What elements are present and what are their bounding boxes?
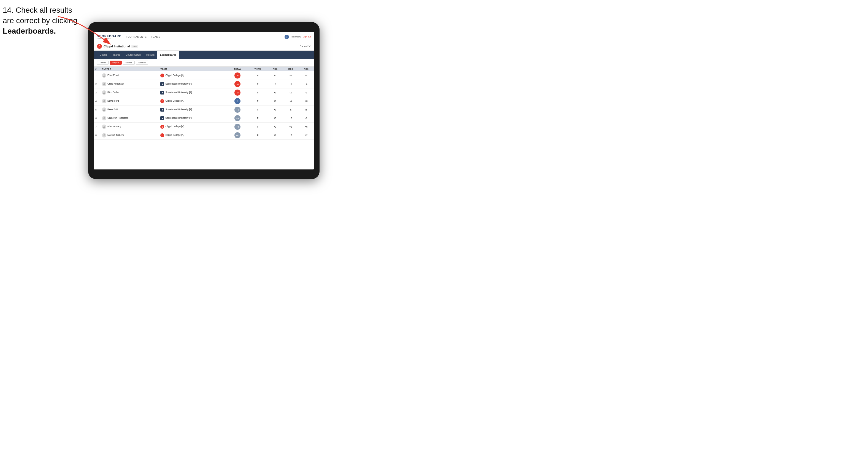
row-rd1: +1	[267, 105, 283, 114]
row-rd1: +3	[267, 71, 283, 80]
row-rd2: -2	[283, 88, 299, 97]
row-rd1: +2	[267, 123, 283, 131]
row-player: Elliot Ebert	[100, 71, 159, 80]
row-total: +1	[227, 105, 248, 114]
row-pos: 3	[94, 88, 100, 97]
row-rd3: -1	[298, 88, 314, 97]
table-row: 6 Cameron Robertson ▦Scoreboard Universi…	[94, 114, 314, 123]
row-rd2: +5	[283, 80, 299, 88]
row-pos: 4	[94, 97, 100, 105]
row-thru: F	[248, 114, 267, 123]
filter-teams[interactable]: Teams	[97, 61, 108, 65]
row-player: Chris Robertson	[100, 80, 159, 88]
table-row: 7 Blair McHarg CClippd College [A] +9 F …	[94, 123, 314, 131]
row-team: ▦Scoreboard University [A]	[159, 88, 227, 97]
tablet-frame: SCOREBOARD Powered by clippd TOURNAMENTS…	[88, 22, 319, 179]
row-total: -2	[227, 88, 248, 97]
col-rd2: RD2	[283, 67, 299, 71]
row-pos: 1	[94, 71, 100, 80]
svg-point-2	[103, 83, 105, 84]
row-rd3: +6	[298, 123, 314, 131]
table-row: 8 Marcus Turners CClippd College [A] +11…	[94, 131, 314, 140]
tab-results[interactable]: Results	[144, 51, 157, 59]
row-rd3: +2	[298, 131, 314, 140]
svg-point-7	[103, 126, 105, 127]
row-pos: 2	[94, 80, 100, 88]
table-row: 2 Chris Robertson ▦Scoreboard University…	[94, 80, 314, 88]
row-thru: F	[248, 88, 267, 97]
tab-course-setup[interactable]: Course Setup	[123, 51, 144, 59]
row-total: -4	[227, 80, 248, 88]
row-rd3: -4	[298, 80, 314, 88]
row-thru: F	[248, 71, 267, 80]
tablet-screen: SCOREBOARD Powered by clippd TOURNAMENTS…	[94, 32, 314, 169]
row-total: E	[227, 97, 248, 105]
nav-teams[interactable]: TEAMS	[151, 35, 160, 39]
row-team: CClippd College [A]	[159, 97, 227, 105]
svg-point-5	[103, 108, 105, 110]
nav-links: TOURNAMENTS TEAMS	[126, 35, 284, 39]
col-pos: #	[94, 67, 100, 71]
table-row: 5 Rees Britt ▦Scoreboard University [A] …	[94, 105, 314, 114]
col-player: PLAYER	[100, 67, 159, 71]
row-pos: 8	[94, 131, 100, 140]
row-thru: F	[248, 131, 267, 140]
col-total: TOTAL	[227, 67, 248, 71]
table-row: 3 Rich Butler ▦Scoreboard University [A]…	[94, 88, 314, 97]
leaderboard-table: # PLAYER TEAM TOTAL THRU RD1 RD2 RD3 1 E…	[94, 67, 314, 169]
svg-point-6	[103, 117, 105, 118]
row-rd2: E	[283, 105, 299, 114]
row-rd2: -4	[283, 97, 299, 105]
row-rd1: -5	[267, 80, 283, 88]
tabs-bar: Details Teams Course Setup Results Leade…	[94, 51, 314, 59]
row-thru: F	[248, 80, 267, 88]
tournament-badge: Men	[131, 45, 138, 48]
svg-point-3	[103, 91, 105, 93]
row-rd1: +5	[267, 114, 283, 123]
row-pos: 6	[94, 114, 100, 123]
user-avatar: U	[284, 35, 289, 39]
row-player: Marcus Turners	[100, 131, 159, 140]
row-pos: 5	[94, 105, 100, 114]
row-rd3: -5	[298, 71, 314, 80]
filter-strokes[interactable]: Strokes	[136, 61, 148, 65]
nav-right: U Test User | Sign out	[284, 35, 311, 39]
row-rd3: +3	[298, 97, 314, 105]
table-row: 4 David Ford CClippd College [A] E F +1 …	[94, 97, 314, 105]
tab-leaderboards[interactable]: Leaderboards	[157, 51, 179, 59]
row-team: ▦Scoreboard University [A]	[159, 80, 227, 88]
row-rd2: +2	[283, 114, 299, 123]
row-rd1: +1	[267, 97, 283, 105]
svg-point-4	[103, 100, 105, 101]
col-thru: THRU	[248, 67, 267, 71]
row-rd2: -6	[283, 71, 299, 80]
filter-players[interactable]: Players	[110, 61, 122, 65]
row-thru: F	[248, 97, 267, 105]
tournament-header: C Clippd Invitational Men Cancel ✕	[94, 42, 314, 51]
row-team: CClippd College [A]	[159, 71, 227, 80]
cancel-button[interactable]: Cancel ✕	[300, 44, 311, 48]
user-name: Test User |	[290, 35, 301, 38]
row-rd3: E	[298, 105, 314, 114]
row-team: ▦Scoreboard University [A]	[159, 105, 227, 114]
row-total: +11	[227, 131, 248, 140]
filter-bar: Teams Players Scores Strokes	[94, 59, 314, 67]
row-total: +9	[227, 123, 248, 131]
col-rd1: RD1	[267, 67, 283, 71]
row-rd1: +1	[267, 88, 283, 97]
row-team: CClippd College [A]	[159, 123, 227, 131]
signout-link[interactable]: Sign out	[303, 35, 311, 38]
results-table: # PLAYER TEAM TOTAL THRU RD1 RD2 RD3 1 E…	[94, 67, 314, 140]
row-rd1: +2	[267, 131, 283, 140]
nav-tournaments[interactable]: TOURNAMENTS	[126, 35, 147, 39]
col-team: TEAM	[159, 67, 227, 71]
row-rd2: +1	[283, 123, 299, 131]
row-rd2: +7	[283, 131, 299, 140]
row-team: ▦Scoreboard University [A]	[159, 114, 227, 123]
filter-scores[interactable]: Scores	[123, 61, 135, 65]
row-pos: 7	[94, 123, 100, 131]
row-rd3: -1	[298, 114, 314, 123]
row-player: David Ford	[100, 97, 159, 105]
row-player: Blair McHarg	[100, 123, 159, 131]
row-team: CClippd College [A]	[159, 131, 227, 140]
